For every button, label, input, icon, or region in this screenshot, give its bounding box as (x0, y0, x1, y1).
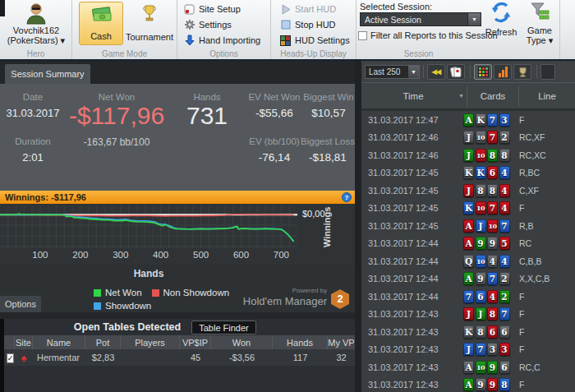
card-icon: 4 (499, 184, 510, 197)
hand-time: 31.03.2017 12:43 (361, 380, 463, 390)
chart-plot-area[interactable] (0, 205, 297, 248)
hand-importing-item[interactable]: Hand Importing (183, 35, 260, 46)
hand-row[interactable]: 31.03.2017 12:45KK64R,BC (361, 164, 575, 182)
panel-splitter[interactable] (355, 61, 361, 392)
table-vpsip: 45 (180, 353, 211, 362)
x-tick-label: 700 (269, 250, 293, 260)
left-tab-bar: Session Summary (0, 61, 355, 84)
hand-cards: J1072 (463, 131, 514, 144)
col-name[interactable]: Name (33, 335, 85, 349)
session-dropdown[interactable]: Active Session ▼ (360, 12, 481, 26)
hand-row[interactable]: 31.03.2017 12:44Q1044C,B,B (361, 252, 575, 270)
hand-row[interactable]: 31.03.2017 12:44A972X,X,C,B (361, 270, 575, 288)
card-icon: 3 (487, 343, 498, 356)
biggest-loss-value: -$18,81 (301, 151, 355, 164)
duration-value: 2:01 (0, 151, 66, 164)
hand-row[interactable]: 31.03.2017 12:447642F (361, 288, 575, 306)
hand-time: 31.03.2017 12:44 (361, 292, 463, 302)
card-icon: 7 (499, 307, 510, 321)
start-hud-item[interactable]: Start HUD (279, 3, 336, 15)
hand-line: F (514, 380, 524, 390)
hand-row[interactable]: 31.03.2017 12:44A995RC (361, 235, 575, 253)
site-setup-item[interactable]: Site Setup (183, 3, 241, 15)
hand-row[interactable]: 31.03.2017 12:43J733F (361, 341, 575, 359)
replay-last-hands-button[interactable]: ◀◀ (427, 64, 445, 80)
cards-icon (450, 66, 462, 77)
col-pot[interactable]: Pot (85, 335, 121, 349)
tournament-view-button[interactable] (513, 64, 531, 80)
card-icon: 4 (487, 290, 498, 303)
table-hands: 117 (273, 353, 328, 362)
hand-replayer-button[interactable] (447, 64, 465, 80)
col-hands[interactable]: Hands (273, 335, 328, 349)
hand-cards: A1096 (463, 361, 514, 374)
hm2-badge-icon: 2 (331, 289, 349, 309)
import-arrow-icon (183, 35, 196, 46)
game-type-funnel-icon (529, 1, 550, 22)
hero-name[interactable]: Vovchik162 (0, 25, 72, 35)
refresh-button[interactable]: Refresh (481, 1, 521, 37)
hero-avatar-icon[interactable] (24, 2, 48, 25)
grid-view-button[interactable] (474, 64, 492, 80)
col-line[interactable]: Line (519, 91, 575, 101)
col-won[interactable]: Won (211, 335, 273, 349)
graph-view-button[interactable] (494, 64, 512, 80)
hands-label: Hands (174, 92, 240, 102)
date-value: 31.03.2017 (0, 107, 66, 119)
hand-row[interactable]: 31.03.2017 12:43A998F (361, 376, 575, 392)
table-row[interactable]: ✓ ♠ Hermentar $2,83 45 -$3,56 117 32 (4, 349, 355, 366)
hand-row[interactable]: 31.03.2017 12:43JJ87F (361, 306, 575, 324)
card-icon: 8 (487, 307, 498, 321)
hand-line: C,B,B (514, 256, 541, 266)
group-label-hud: Heads-Up Display (271, 49, 356, 58)
col-cards[interactable]: Cards (467, 91, 518, 101)
tab-session-summary[interactable]: Session Summary (5, 64, 90, 84)
tournament-button[interactable]: Tournament (125, 2, 174, 45)
hand-row[interactable]: 31.03.2017 12:45K1074F (361, 200, 575, 218)
hand-range-dropdown[interactable]: Last 250 ▼ (365, 65, 420, 79)
hand-row[interactable]: 31.03.2017 12:45J884C,XF (361, 182, 575, 200)
col-vpsip[interactable]: VP$IP (180, 335, 211, 349)
card-icon: 7 (487, 201, 498, 214)
card-icon: K (463, 166, 474, 179)
group-options: Site Setup Settings Hand Importing Optio… (177, 0, 271, 59)
extra-toolbar-button[interactable] (540, 64, 555, 80)
hand-cards: J1088 (463, 149, 514, 162)
card-icon: 4 (499, 201, 510, 214)
col-time[interactable]: Time (368, 91, 458, 101)
date-label: Date (0, 92, 66, 102)
hero-site-dropdown[interactable]: (PokerStars) ▾ (0, 35, 72, 46)
hand-row[interactable]: 31.03.2017 12:43A1096RC,C (361, 358, 575, 376)
table-finder-button[interactable]: Table Finder (191, 321, 256, 334)
card-icon: 10 (476, 131, 486, 144)
help-icon[interactable]: ? (342, 192, 352, 202)
holdem-manager-window: { "ribbon": { "hero": {"name": "Vovchik1… (0, 0, 575, 392)
holdem-manager-logo-text: Hold'em Manager (205, 295, 327, 307)
card-icon: A (463, 272, 474, 285)
stop-hud-item[interactable]: Stop HUD (279, 19, 336, 30)
card-icon: 9 (476, 378, 486, 391)
legend-swatch (94, 302, 101, 310)
hand-time: 31.03.2017 12:46 (361, 132, 463, 142)
settings-item[interactable]: Settings (183, 19, 232, 30)
col-site[interactable]: Site (15, 335, 33, 349)
card-icon: J (463, 149, 474, 162)
col-players[interactable]: Players (121, 335, 180, 349)
row-checkbox[interactable]: ✓ (7, 353, 15, 363)
hud-settings-item[interactable]: HUD Settings (279, 35, 350, 46)
filter-session-checkbox-item[interactable]: Filter all Reports to this Session (358, 30, 498, 40)
hand-range-value: Last 250 (366, 67, 407, 76)
hand-row[interactable]: 31.03.2017 12:46J1088RC,XC (361, 146, 575, 164)
hand-row[interactable]: 31.03.2017 12:45AJ107R,B (361, 217, 575, 235)
cash-button[interactable]: Cash (79, 2, 123, 45)
game-type-button[interactable]: Game Type ▾ (522, 1, 557, 45)
hand-cards: AJ107 (463, 219, 514, 233)
options-button[interactable]: Options (0, 296, 41, 312)
filter-checkbox[interactable] (358, 31, 367, 40)
col-my-vp[interactable]: My VP (328, 335, 355, 349)
hand-row[interactable]: 31.03.2017 12:43K866F (361, 323, 575, 341)
hand-row[interactable]: 31.03.2017 12:46J1072RC,XF (361, 129, 575, 147)
hand-row[interactable]: 31.03.2017 12:47AK73F (361, 111, 575, 129)
card-icon: 3 (499, 113, 510, 127)
x-tick-label: 600 (229, 250, 254, 260)
